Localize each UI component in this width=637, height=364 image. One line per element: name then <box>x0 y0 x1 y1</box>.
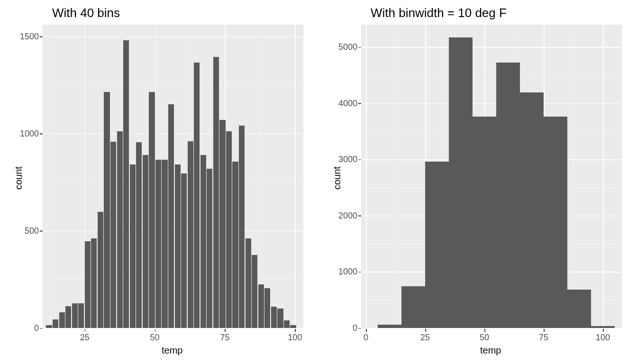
x-tick-label: 75 <box>220 333 229 343</box>
histogram-bar <box>181 173 187 328</box>
histogram-bar <box>98 212 103 328</box>
histogram-bar <box>232 162 238 328</box>
page-title: With 40 bins <box>52 6 120 20</box>
histogram-bar <box>246 238 251 328</box>
histogram-bar <box>85 241 91 328</box>
x-tick-label: 100 <box>288 333 302 343</box>
y-tick-label: 500 <box>6 226 39 236</box>
histogram-bar <box>149 92 155 328</box>
histogram-bar <box>277 309 283 328</box>
histogram-bar <box>449 37 473 328</box>
histogram-bar <box>473 117 496 328</box>
histogram-bar <box>252 255 257 328</box>
page-title: With binwidth = 10 deg F <box>371 6 507 20</box>
histogram-bar <box>496 63 520 328</box>
y-tick-label: 0 <box>6 323 39 333</box>
histogram-bar <box>59 312 65 328</box>
y-axis-label: count <box>13 166 24 190</box>
y-tick-label: 1000 <box>6 128 39 138</box>
x-axis-label: temp <box>480 345 501 356</box>
histogram-bar <box>65 306 71 328</box>
histogram-40bins <box>43 25 303 328</box>
histogram-bar <box>207 169 212 328</box>
histogram-bar <box>271 307 277 328</box>
histogram-bar <box>239 126 245 328</box>
histogram-bar <box>46 325 52 328</box>
histogram-bar <box>194 63 200 328</box>
histogram-bar <box>104 92 109 328</box>
histogram-bar <box>72 303 78 328</box>
y-tick-label: 4000 <box>324 98 357 108</box>
histogram-bar <box>567 290 591 328</box>
histogram-bar <box>117 131 123 328</box>
histogram-bar <box>258 284 264 328</box>
histogram-bar <box>188 141 193 328</box>
histogram-bar <box>136 142 142 328</box>
histogram-bar <box>110 142 116 328</box>
x-tick-label: 50 <box>150 333 160 343</box>
y-axis-label: count <box>332 166 343 190</box>
histogram-bar <box>290 325 296 328</box>
x-tick-label: 100 <box>596 333 610 343</box>
histogram-bar <box>200 155 206 328</box>
histogram-bar <box>591 326 615 328</box>
histogram-bar <box>544 117 567 328</box>
histogram-bar <box>284 320 290 328</box>
histogram-bar <box>123 40 129 328</box>
x-tick-label: 25 <box>420 333 430 343</box>
x-tick-label: 75 <box>539 333 548 343</box>
histogram-bar <box>78 303 84 328</box>
y-tick-label: 0 <box>324 323 357 333</box>
histogram-bar <box>168 104 174 328</box>
histogram-bar <box>226 131 232 328</box>
histogram-bar <box>162 160 167 328</box>
histogram-bar <box>213 57 219 328</box>
x-axis-label: temp <box>162 345 182 356</box>
y-tick-label: 5000 <box>324 42 357 52</box>
histogram-bar <box>264 288 270 328</box>
histogram-bar <box>520 92 544 328</box>
x-tick-label: 50 <box>480 333 489 343</box>
histogram-bar <box>53 319 58 328</box>
x-tick-label: 25 <box>80 333 90 343</box>
y-tick-label: 1000 <box>324 267 357 277</box>
histogram-bar <box>143 155 148 328</box>
histogram-bar <box>219 120 225 328</box>
y-tick-label: 2000 <box>324 210 357 220</box>
y-tick-label: 1500 <box>6 31 39 41</box>
histogram-binwidth10 <box>361 25 622 328</box>
histogram-bar <box>425 162 449 328</box>
y-tick-label: 3000 <box>324 155 357 164</box>
histogram-bar <box>401 286 425 328</box>
histogram-bar <box>91 238 97 328</box>
x-tick-label: 0 <box>364 333 368 343</box>
histogram-bar <box>130 164 136 328</box>
histogram-bar <box>175 164 181 328</box>
histogram-bar <box>155 160 161 328</box>
histogram-bar <box>378 325 401 328</box>
